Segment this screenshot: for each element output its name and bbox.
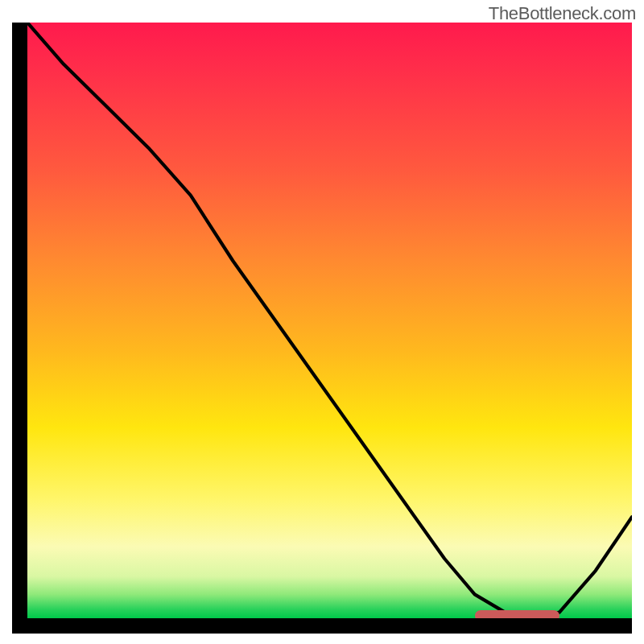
optimal-range-marker bbox=[475, 610, 559, 618]
heat-gradient bbox=[27, 23, 632, 618]
axis-left bbox=[12, 23, 27, 632]
plot-area bbox=[27, 23, 632, 618]
chart-frame: TheBottleneck.com bbox=[0, 0, 644, 644]
axis-bottom bbox=[12, 618, 632, 634]
attribution-label: TheBottleneck.com bbox=[489, 3, 636, 24]
